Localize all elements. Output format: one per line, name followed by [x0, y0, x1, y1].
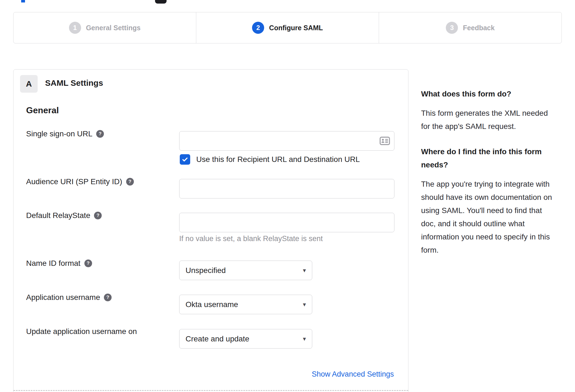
card-dashed-divider	[13, 390, 408, 391]
show-advanced-settings-link[interactable]: Show Advanced Settings	[312, 370, 394, 379]
audience-uri-input[interactable]	[179, 179, 394, 198]
sso-help-icon[interactable]: ?	[96, 130, 104, 138]
application-username-value: Okta username	[186, 300, 303, 309]
update-app-username-label-text: Update application username on	[26, 327, 137, 336]
help-answer-2-line: should have its own documentation on	[421, 191, 571, 204]
appuser-help-icon[interactable]: ?	[104, 294, 112, 301]
help-question-1: What does this form do?	[421, 87, 571, 101]
name-id-format-label-text: Name ID format	[26, 259, 81, 268]
chevron-down-icon: ▾	[303, 302, 306, 308]
relay-state-label-text: Default RelayState	[26, 211, 90, 220]
step-feedback[interactable]: 3 Feedback	[379, 12, 562, 43]
audience-uri-label-text: Audience URI (SP Entity ID)	[26, 177, 122, 186]
chevron-down-icon: ▾	[303, 267, 306, 274]
help-question-2: Where do I find the info this form needs…	[421, 145, 571, 172]
help-sidebar: What does this form do? This form genera…	[421, 87, 571, 269]
step-label: Feedback	[463, 24, 494, 32]
relay-state-label: Default RelayState ?	[26, 211, 102, 220]
relay-help-icon[interactable]: ?	[94, 212, 102, 219]
checkmark-icon	[181, 156, 189, 163]
help-answer-1-line: This form generates the XML needed	[421, 107, 571, 120]
step-number-badge: 1	[69, 22, 81, 34]
sso-url-input[interactable]	[179, 131, 394, 151]
step-label: Configure SAML	[269, 24, 323, 32]
recipient-url-checkbox-row: Use this for Recipient URL and Destinati…	[180, 154, 360, 165]
help-answer-2-line: information you need to specify in this	[421, 230, 571, 244]
wizard-stepper: 1 General Settings 2 Configure SAML 3 Fe…	[13, 12, 562, 43]
step-number-badge: 2	[252, 22, 264, 34]
update-app-username-label: Update application username on	[26, 327, 137, 336]
update-app-username-select[interactable]: Create and update ▾	[179, 329, 312, 349]
name-id-format-select[interactable]: Unspecified ▾	[179, 261, 312, 280]
chevron-down-icon: ▾	[303, 336, 306, 342]
sso-url-label-text: Single sign-on URL	[26, 129, 92, 138]
name-id-format-value: Unspecified	[186, 266, 303, 275]
section-title: SAML Settings	[45, 78, 103, 88]
help-question-2-line: Where do I find the info this form	[421, 145, 571, 158]
help-answer-1: This form generates the XML needed for t…	[421, 107, 571, 133]
application-username-label-text: Application username	[26, 293, 100, 302]
recipient-url-checkbox[interactable]	[180, 154, 190, 165]
sso-url-input-wrap	[179, 131, 394, 151]
nameid-help-icon[interactable]: ?	[84, 260, 92, 267]
accent-bar-cutoff	[21, 0, 25, 2]
audience-help-icon[interactable]: ?	[126, 178, 134, 186]
help-answer-2-line: form.	[421, 244, 571, 257]
relay-state-hint: If no value is set, a blank RelayState i…	[179, 234, 323, 243]
step-number-badge: 3	[446, 22, 458, 34]
sso-url-label: Single sign-on URL ?	[26, 129, 104, 138]
application-username-select[interactable]: Okta username ▾	[179, 295, 312, 314]
recipient-url-checkbox-label[interactable]: Use this for Recipient URL and Destinati…	[196, 155, 360, 164]
help-answer-2-line: The app you're trying to integrate with	[421, 178, 571, 191]
update-app-username-value: Create and update	[186, 335, 303, 343]
help-answer-2: The app you're trying to integrate with …	[421, 178, 571, 257]
section-a-badge: A	[20, 75, 38, 93]
application-username-label: Application username ?	[26, 293, 112, 302]
saml-settings-card: A SAML Settings General Single sign-on U…	[13, 69, 408, 392]
help-question-2-line: needs?	[421, 158, 571, 172]
audience-uri-label: Audience URI (SP Entity ID) ?	[26, 177, 134, 186]
help-answer-2-line: doc, and it should outline what	[421, 217, 571, 230]
help-answer-2-line: using SAML. You'll need to find that	[421, 204, 571, 217]
name-id-format-label: Name ID format ?	[26, 259, 92, 268]
general-heading: General	[26, 105, 59, 115]
relay-state-input[interactable]	[179, 213, 394, 232]
page-title-cutoff	[155, 0, 167, 4]
step-configure-saml[interactable]: 2 Configure SAML	[196, 12, 379, 43]
step-general-settings[interactable]: 1 General Settings	[13, 12, 196, 43]
step-label: General Settings	[86, 24, 141, 32]
help-answer-1-line: for the app's SAML request.	[421, 120, 571, 133]
